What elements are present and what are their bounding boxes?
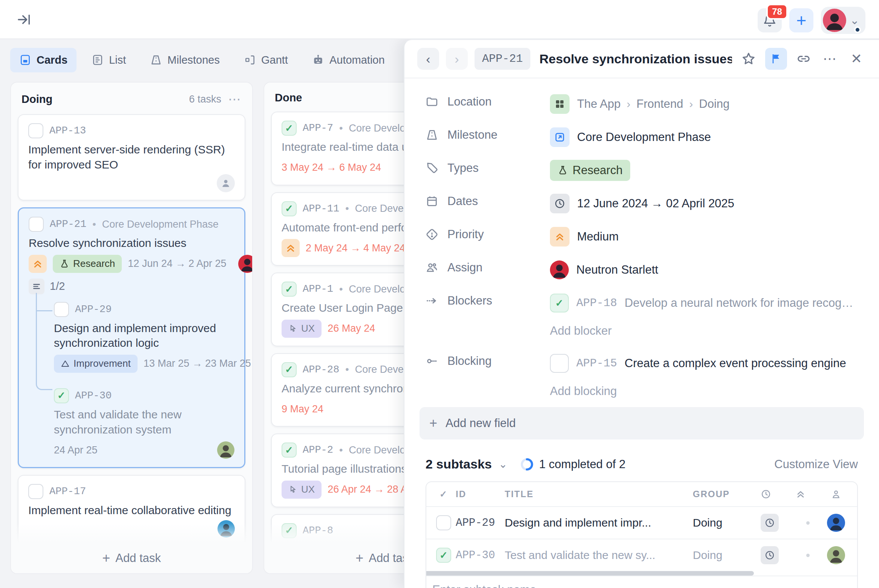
breadcrumb-item[interactable]: Frontend (636, 97, 683, 111)
assignee-placeholder-icon[interactable] (217, 174, 235, 192)
milestone-value[interactable]: Core Development Phase (577, 130, 711, 144)
forward-button[interactable]: › (446, 48, 468, 70)
subtask-id: APP-29 (75, 304, 112, 315)
gantt-icon (244, 54, 256, 66)
field-label: Blocking (447, 354, 492, 368)
task-dates: 2 May 24 → 4 May 24 (306, 242, 405, 254)
avatar (550, 260, 569, 279)
check-icon: ✓ (555, 297, 564, 309)
breadcrumb-item[interactable]: The App (577, 97, 620, 111)
column-more-icon[interactable]: ⋯ (228, 92, 242, 107)
check-icon: ✓ (440, 550, 448, 561)
tab-list[interactable]: List (83, 48, 135, 72)
app-window: 78 + ⌄ Cards List Mil (0, 0, 879, 588)
panel-task-title[interactable]: Resolve synchronization issues (539, 52, 732, 66)
avatar[interactable] (827, 546, 845, 564)
dates-value[interactable]: 12 June 2024 → 02 April 2025 (577, 197, 734, 210)
blocking-title[interactable]: Create a complex event processing engine (625, 357, 846, 370)
back-button[interactable]: ‹ (417, 48, 439, 70)
clock-icon[interactable] (761, 514, 779, 532)
flag-icon[interactable] (765, 48, 787, 70)
subtask-checkbox-checked[interactable]: ✓ (54, 388, 69, 403)
subtask-title[interactable]: Design and implement impr... (505, 516, 693, 529)
subtask-title[interactable]: Test and validate the new sy... (505, 549, 693, 562)
grid-icon (550, 94, 570, 114)
col-id[interactable]: ID (456, 489, 505, 499)
status-dot (854, 26, 861, 33)
task-checkbox[interactable] (28, 484, 43, 499)
blocker-title[interactable]: Develop a neural network for image recog… (625, 296, 858, 310)
priority-value[interactable]: Medium (577, 230, 619, 243)
task-checkbox-checked[interactable]: ✓ (282, 121, 297, 136)
add-blocking-button[interactable]: Add blocking (550, 383, 617, 398)
task-checkbox-checked[interactable]: ✓ (282, 282, 297, 297)
add-blocker-button[interactable]: Add blocker (550, 323, 612, 338)
horizontal-scrollbar[interactable] (426, 571, 754, 576)
subtask-card[interactable]: APP-29 Design and implement improved syn… (54, 295, 234, 373)
tab-automation[interactable]: Automation (303, 48, 394, 72)
blocker-checkbox-checked[interactable]: ✓ (550, 294, 569, 312)
priority-medium-icon (29, 255, 47, 273)
task-checkbox-checked[interactable]: ✓ (282, 443, 297, 458)
notifications-button[interactable]: 78 (758, 8, 782, 32)
subtask-row[interactable]: ✓ APP-30 Test and validate the new sy...… (426, 539, 857, 571)
user-menu[interactable]: ⌄ (821, 7, 865, 34)
add-task-button[interactable]: + Add task (11, 543, 252, 573)
subtask-checkbox-checked[interactable]: ✓ (436, 548, 451, 563)
subtask-group[interactable]: Doing (693, 516, 761, 529)
external-link-icon[interactable] (550, 127, 570, 147)
tab-cards[interactable]: Cards (10, 48, 77, 72)
tab-gantt[interactable]: Gantt (235, 48, 297, 72)
task-checkbox-checked[interactable]: ✓ (282, 362, 297, 377)
field-label: Types (447, 161, 479, 175)
subtask-id: APP-30 (456, 549, 505, 562)
subtask-row[interactable]: APP-29 Design and implement impr... Doin… (426, 506, 857, 539)
tab-label: Milestones (167, 54, 220, 66)
copy-link-icon[interactable] (794, 49, 813, 69)
tab-milestones[interactable]: Milestones (141, 48, 229, 72)
more-icon[interactable]: ⋯ (820, 49, 840, 69)
subtask-name-input[interactable] (432, 583, 851, 588)
column-doing: Doing 6 tasks ⋯ APP-13 Implement server-… (10, 82, 253, 574)
people-icon (426, 261, 438, 274)
customize-view-button[interactable]: Customize View (774, 458, 858, 471)
subtask-card[interactable]: ✓ APP-30 Test and validate the new synch… (54, 381, 234, 459)
col-group[interactable]: GROUP (693, 489, 761, 499)
field-assign: Assign Neutron Starlett (426, 259, 858, 281)
task-id: APP-17 (49, 486, 86, 497)
task-card[interactable]: APP-13 Implement server-side rendering (… (18, 114, 245, 201)
close-icon[interactable]: ✕ (847, 49, 866, 69)
subtask-checkbox[interactable] (54, 302, 69, 317)
subtask-checkbox[interactable] (436, 515, 451, 530)
task-id: APP-7 (303, 122, 333, 134)
task-title: Implement real-time collaborative editin… (28, 503, 235, 518)
avatar[interactable] (827, 514, 845, 532)
sidebar-expand-icon[interactable] (17, 12, 32, 27)
add-new-field-button[interactable]: + Add new field (420, 407, 864, 439)
type-label: Improvement (74, 358, 131, 369)
priority-medium-icon (550, 227, 570, 247)
clock-icon[interactable] (761, 546, 779, 564)
chevron-down-icon[interactable]: ⌄ (499, 458, 507, 470)
tab-label: Automation (329, 54, 385, 66)
task-id-badge[interactable]: APP-21 (475, 48, 530, 70)
task-checkbox-checked[interactable]: ✓ (282, 201, 297, 216)
type-chip-research[interactable]: Research (550, 160, 630, 181)
task-card-selected[interactable]: APP-21 • Core Development Phase Resolve … (18, 207, 245, 468)
avatar (823, 9, 846, 32)
create-new-button[interactable]: + (789, 8, 813, 32)
subtask-group[interactable]: Doing (693, 549, 761, 562)
task-title: Implement server-side rendering (SSR) fo… (28, 142, 235, 172)
task-checkbox[interactable] (29, 217, 44, 232)
task-detail-panel: ‹ › APP-21 Resolve synchronization issue… (404, 39, 879, 588)
col-title[interactable]: TITLE (505, 489, 693, 499)
task-checkbox[interactable] (28, 123, 43, 138)
blocking-checkbox[interactable] (550, 354, 569, 373)
calendar-icon (426, 195, 438, 208)
assignee-name[interactable]: Neutron Starlett (576, 263, 658, 277)
add-new-field-label: Add new field (446, 416, 516, 430)
blockers-arrow-icon (426, 294, 438, 307)
star-icon[interactable] (739, 49, 758, 69)
subtask-id: APP-29 (456, 517, 505, 529)
breadcrumb-item[interactable]: Doing (699, 97, 730, 111)
